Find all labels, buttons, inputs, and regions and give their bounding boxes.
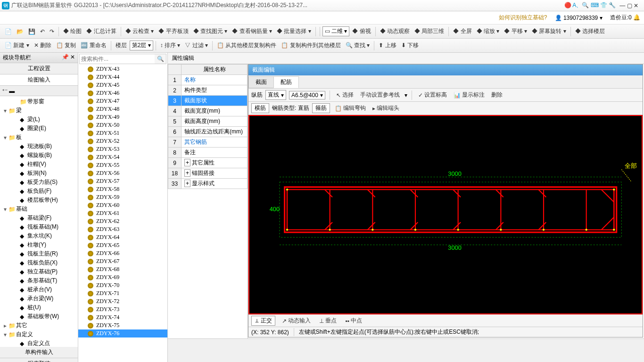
- tb-平齐板顶[interactable]: ◆ 平齐板顶: [157, 26, 190, 36]
- section-toolbar2[interactable]: 横筋 钢筋类型: 直筋 箍筋 📋 编辑弯钩 ▸ 编辑端头: [248, 102, 643, 115]
- search-input[interactable]: [80, 54, 155, 64]
- btn-dyn[interactable]: ↗ 动态输入: [280, 316, 313, 326]
- tb-屏幕旋转[interactable]: ◆ 屏幕旋转 ▾: [530, 26, 568, 36]
- tree-item[interactable]: ▾📁基础: [1, 205, 77, 214]
- prop-table[interactable]: 属性名称 1名称2构件类型3截面形状4截面宽度(mm)5截面高度(mm)6轴线距…: [168, 64, 248, 338]
- tb2-复制[interactable]: 📋 复制: [54, 41, 78, 50]
- list-item[interactable]: ZDYX-43: [78, 65, 167, 73]
- tb-俯视[interactable]: ◆ 俯视: [350, 26, 372, 36]
- tb-查找图元[interactable]: ◆ 查找图元 ▾: [191, 26, 230, 36]
- section-tabs[interactable]: 截面 配筋: [248, 75, 643, 89]
- list-item[interactable]: ZDYX-50: [78, 121, 167, 129]
- list-item[interactable]: ZDYX-58: [78, 185, 167, 193]
- tree-item[interactable]: ▾📁自定义: [1, 330, 77, 339]
- tree-item[interactable]: ◆集水坑(K): [1, 231, 77, 240]
- tb2-过滤[interactable]: ▽ 过滤 ▾: [183, 41, 210, 50]
- tree-item[interactable]: ◆条形基础(T): [1, 276, 77, 285]
- list-item[interactable]: ZDYX-73: [78, 305, 167, 313]
- tb2-复制构件到其他楼层[interactable]: 📋 复制构件到其他楼层: [279, 41, 342, 50]
- tb-缩放[interactable]: ◆ 缩放 ▾: [475, 26, 502, 36]
- tb2-新建[interactable]: 📄 新建 ▾: [3, 41, 31, 50]
- btn-end[interactable]: ▸ 编辑端头: [371, 103, 401, 113]
- tb2-上移[interactable]: ⬆ 上移: [377, 41, 398, 50]
- tb-选择楼层[interactable]: ◆ 选择楼层: [573, 26, 607, 36]
- list-item[interactable]: ZDYX-60: [78, 201, 167, 209]
- tree-item[interactable]: ◆基础板带(W): [1, 312, 77, 321]
- list-item[interactable]: ZDYX-47: [78, 97, 167, 105]
- list-item[interactable]: ZDYX-54: [78, 153, 167, 161]
- btn-gj[interactable]: 箍筋: [312, 103, 330, 113]
- tab-single[interactable]: 单构件输入: [0, 347, 78, 358]
- btn-select[interactable]: ↖ 选择: [334, 90, 355, 100]
- help-link[interactable]: 如何识别独立基础?: [499, 14, 547, 22]
- tab-rebar[interactable]: 配筋: [273, 76, 299, 88]
- tb2-删除[interactable]: ✕ 删除: [32, 41, 53, 50]
- tb-绘图[interactable]: ◆ 绘图: [61, 26, 83, 36]
- list-item[interactable]: ZDYX-67: [78, 257, 167, 265]
- tree-item[interactable]: ▾📁梁: [1, 106, 77, 115]
- tb2-下移[interactable]: ⬇ 下移: [399, 41, 421, 50]
- list-item[interactable]: ZDYX-75: [78, 321, 167, 329]
- list-item[interactable]: ZDYX-71: [78, 289, 167, 297]
- tree-item[interactable]: ◆基础梁(F): [1, 214, 77, 222]
- list-item[interactable]: ZDYX-57: [78, 177, 167, 185]
- list-item[interactable]: ZDYX-51: [78, 129, 167, 137]
- tree-item[interactable]: ◆承台梁(W): [1, 294, 77, 303]
- tb2-查找[interactable]: 🔍 查找 ▾: [344, 41, 372, 50]
- tree-item[interactable]: ▸📁其它: [1, 321, 77, 330]
- window-controls[interactable]: — ▢ ✕: [616, 2, 642, 9]
- tab-project[interactable]: 工程设置: [0, 63, 78, 74]
- btn-label[interactable]: 📊 显示标注: [452, 90, 487, 100]
- list-item[interactable]: ZDYX-68: [78, 265, 167, 273]
- btn-delete[interactable]: 删除: [489, 90, 504, 100]
- tree-item[interactable]: 📁带形窗: [1, 97, 77, 106]
- spec-combo[interactable]: A6.5@400 ▾: [289, 91, 325, 99]
- line-combo[interactable]: 直线 ▾: [265, 90, 286, 100]
- tb2-从其他楼层复制构件[interactable]: 📋 从其他楼层复制构件: [215, 41, 278, 50]
- tb-云检查[interactable]: ◆ 云检查 ▾: [124, 26, 156, 36]
- tb2-重命名[interactable]: 🔤 重命名: [79, 41, 108, 50]
- btn-ortho[interactable]: ⊥ 正交: [251, 316, 275, 326]
- list-item[interactable]: ZDYX-56: [78, 169, 167, 177]
- tree-item[interactable]: ◆筏板主筋(R): [1, 249, 77, 258]
- tree-item[interactable]: ◆筏板基础(M): [1, 222, 77, 231]
- list-item[interactable]: ZDYX-49: [78, 113, 167, 121]
- list-item[interactable]: ZDYX-65: [78, 241, 167, 249]
- list-item[interactable]: ZDYX-64: [78, 233, 167, 241]
- btn-hook[interactable]: 📋 编辑弯钩: [333, 103, 368, 113]
- tree-item[interactable]: ◆桩承台(V): [1, 285, 77, 294]
- tree-item[interactable]: ◆板洞(N): [1, 169, 77, 178]
- search-icon[interactable]: 🔍: [155, 54, 166, 64]
- tb-批量选择[interactable]: ◆ 批量选择 ▾: [275, 26, 313, 36]
- mini-tabs[interactable]: ⁺⁻ ▬: [0, 86, 78, 96]
- tb2-楼层[interactable]: 楼层: [114, 41, 129, 50]
- list-item[interactable]: ZDYX-48: [78, 105, 167, 113]
- list-item[interactable]: ZDYX-74: [78, 313, 167, 321]
- component-tree[interactable]: 📁带形窗▾📁梁◆梁(L)◆圈梁(E)▾📁板◆现浇板(B)◆螺旋板(B)◆柱帽(V…: [0, 96, 78, 347]
- section-toolbar1[interactable]: 纵筋 直线 ▾ A6.5@400 ▾ ↖ 选择 手动设置参考线 ▾ ✓ 设置标高…: [248, 89, 643, 102]
- tree-item[interactable]: ◆梁(L): [1, 115, 77, 124]
- list-item[interactable]: ZDYX-72: [78, 297, 167, 305]
- list-item[interactable]: ZDYX-59: [78, 193, 167, 201]
- draw-snap-bar[interactable]: ⊥ 正交 ↗ 动态输入 ⊥ 垂点 ▪▪ 中点: [248, 314, 643, 327]
- tb2-排序[interactable]: ↕ 排序 ▾: [158, 41, 182, 50]
- tab-section[interactable]: 截面: [248, 76, 274, 88]
- btn-mid[interactable]: ▪▪ 中点: [343, 316, 364, 326]
- tb-平移[interactable]: ◆ 平移 ▾: [502, 26, 529, 36]
- btn-elev[interactable]: ✓ 设置标高: [416, 90, 449, 100]
- list-item[interactable]: ZDYX-76: [78, 329, 167, 337]
- tb-汇总计算[interactable]: ◆ 汇总计算: [84, 26, 118, 36]
- search-box[interactable]: 🔍: [79, 54, 166, 64]
- list-item[interactable]: ZDYX-70: [78, 281, 167, 289]
- btn-perp[interactable]: ⊥ 垂点: [317, 316, 339, 326]
- tab-draw[interactable]: 绘图输入: [0, 74, 78, 86]
- tree-item[interactable]: ◆柱墩(Y): [1, 240, 77, 249]
- tree-item[interactable]: ◆现浇板(B): [1, 142, 77, 151]
- list-item[interactable]: ZDYX-52: [78, 137, 167, 145]
- tree-item[interactable]: ▾📁板: [1, 133, 77, 142]
- tree-item[interactable]: ◆楼层板带(H): [1, 196, 77, 205]
- tb-局部三维[interactable]: ◆ 局部三维: [413, 26, 446, 36]
- tb-查看钢筋量[interactable]: ◆ 查看钢筋量 ▾: [230, 26, 274, 36]
- list-item[interactable]: ZDYX-53: [78, 145, 167, 153]
- tree-item[interactable]: ◆桩(U): [1, 303, 77, 312]
